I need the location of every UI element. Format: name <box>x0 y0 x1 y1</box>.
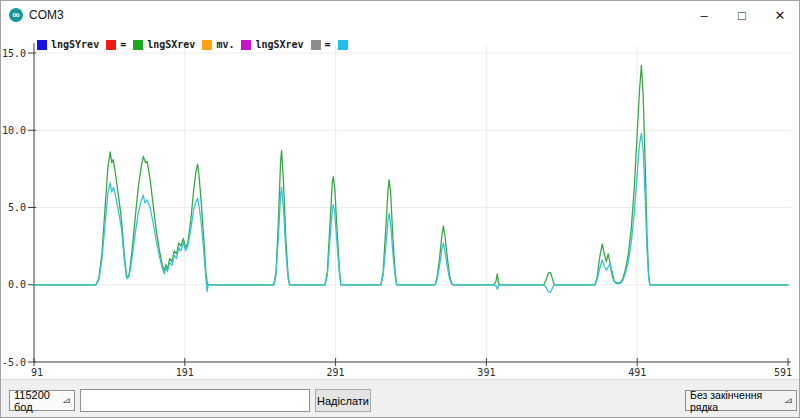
chevron-down-icon: ⊿ <box>784 396 793 405</box>
serial-plotter-window: ∞ COM3 – □ ✕ 15.010.05.00.0-5.0911912913… <box>0 0 800 418</box>
y-tick-label: -5.0 <box>2 357 26 368</box>
x-tick-label: 391 <box>477 367 495 378</box>
series-line-cyan-1 <box>34 133 788 292</box>
app-logo-icon: ∞ <box>9 8 23 22</box>
legend-swatch-icon <box>106 40 116 50</box>
legend-item: mv. <box>202 39 234 50</box>
title-bar: ∞ COM3 – □ ✕ <box>1 1 799 30</box>
legend-swatch-icon <box>338 40 348 50</box>
legend-item: = <box>311 39 331 50</box>
message-input[interactable] <box>80 389 310 412</box>
legend-swatch-icon <box>311 40 321 50</box>
x-tick-label: 191 <box>176 367 194 378</box>
y-tick-label: 5.0 <box>8 202 26 213</box>
legend-swatch-icon <box>241 40 251 50</box>
legend-item: lngSYrev <box>37 39 99 50</box>
window-controls: – □ ✕ <box>685 1 799 29</box>
legend-label: mv. <box>216 39 234 50</box>
legend-label: = <box>120 39 126 50</box>
legend-swatch-icon <box>202 40 212 50</box>
chart-legend: lngSYrev=lngSXrevmv.lngSXrev= <box>37 39 348 50</box>
line-ending-value: Без закінчення рядка <box>690 389 785 413</box>
legend-swatch-icon <box>133 40 143 50</box>
window-title: COM3 <box>29 1 64 29</box>
legend-swatch-icon <box>37 40 47 50</box>
plot-svg: 15.010.05.00.0-5.091191291391491591 <box>1 29 800 379</box>
legend-item: lngSXrev <box>241 39 303 50</box>
y-tick-label: 15.0 <box>2 48 26 59</box>
legend-label: lngSYrev <box>51 39 99 50</box>
x-tick-label: 291 <box>327 367 345 378</box>
baud-rate-select[interactable]: 115200 бод ⊿ <box>9 390 75 411</box>
send-button-label: Надіслати <box>317 395 369 407</box>
legend-item <box>338 40 348 50</box>
maximize-button[interactable]: □ <box>723 1 761 29</box>
serial-controls-bar: 115200 бод ⊿ Надіслати Без закінчення ря… <box>1 379 800 418</box>
x-tick-label: 591 <box>774 367 792 378</box>
line-ending-select[interactable]: Без закінчення рядка ⊿ <box>685 390 797 411</box>
legend-label: lngSXrev <box>255 39 303 50</box>
baud-rate-value: 115200 бод <box>14 389 63 413</box>
y-tick-label: 0.0 <box>8 279 26 290</box>
legend-label: lngSXrev <box>147 39 195 50</box>
x-tick-label: 491 <box>628 367 646 378</box>
close-button[interactable]: ✕ <box>761 1 799 29</box>
y-tick-label: 10.0 <box>2 125 26 136</box>
x-tick-label: 91 <box>31 367 43 378</box>
send-button[interactable]: Надіслати <box>315 389 371 412</box>
legend-item: = <box>106 39 126 50</box>
series-line-lngSXrev <box>34 65 788 284</box>
chevron-down-icon: ⊿ <box>62 396 71 405</box>
minimize-button[interactable]: – <box>685 1 723 29</box>
legend-label: = <box>325 39 331 50</box>
plot-area: 15.010.05.00.0-5.091191291391491591 lngS… <box>1 29 800 379</box>
legend-item: lngSXrev <box>133 39 195 50</box>
